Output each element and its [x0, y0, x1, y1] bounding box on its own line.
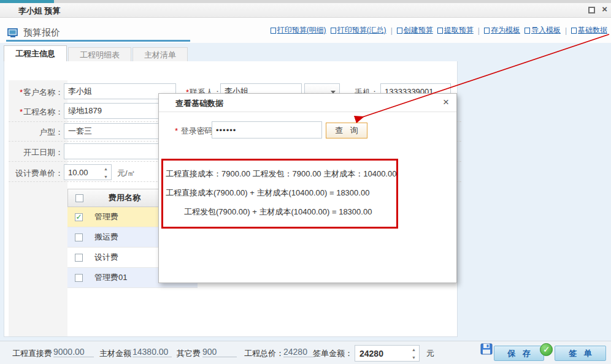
label-gutter — [9, 80, 67, 336]
separator: | — [565, 26, 567, 35]
query-button[interactable]: 查 询 — [326, 123, 367, 138]
total-price-label: 工程总价： — [244, 348, 284, 359]
link-extract-budget[interactable]: 提取预算 — [437, 25, 474, 36]
link-create-budget[interactable]: 创建预算 — [397, 25, 433, 36]
login-password-input[interactable] — [212, 121, 322, 138]
dialog-close-icon[interactable]: × — [443, 96, 449, 108]
footer-bar: 工程直接费 9000.00 主材金额 14380.00 其它费 900 工程总价… — [0, 341, 611, 364]
row-checkbox[interactable] — [75, 274, 83, 282]
maximize-icon[interactable] — [588, 7, 595, 13]
dialog-header: 查看基础数据 × — [159, 94, 456, 112]
sign-check-icon — [540, 343, 553, 356]
navbar: 预算报价 打印预算(明细) 打印预算(汇总) | 创建预算 提取预算 | 存为模… — [0, 18, 611, 43]
tab-bar: 工程主信息 工程明细表 主材清单 — [4, 45, 189, 62]
project-name-label: *工程名称： — [12, 107, 63, 118]
stepper-icon[interactable]: ▲▼ — [410, 347, 417, 360]
separator: | — [391, 26, 393, 35]
save-button[interactable]: 保 存 — [494, 346, 544, 361]
cost-formula-line: 工程直接成本(7900.00) + 主材成本(10400.00) = 18300… — [166, 183, 394, 202]
base-data-dialog: 查看基础数据 × * * 登录密码登录密码 查 询 工程直接成本：7900.00… — [158, 93, 457, 283]
link-save-as-template[interactable]: 存为模板 — [484, 25, 520, 36]
total-price-value: 24280 — [283, 347, 315, 357]
doc-icon — [484, 28, 490, 34]
direct-fee-value: 9000.00 — [53, 347, 94, 357]
doc-icon — [571, 28, 577, 34]
tab-project-main-info[interactable]: 工程主信息 — [4, 45, 67, 62]
doc-icon — [331, 28, 336, 34]
doc-icon — [437, 28, 443, 34]
toolbar-links: 打印预算(明细) 打印预算(汇总) | 创建预算 提取预算 | 存为模板 导入模… — [271, 25, 607, 36]
design-fee-unit: 元/㎡ — [117, 168, 136, 179]
window-title: 李小姐 预算 — [18, 6, 61, 17]
dialog-title: 查看基础数据 — [175, 98, 223, 109]
cost-summary-box: 工程直接成本：7900.00 工程发包：7900.00 主材成本：10400.0… — [161, 159, 398, 229]
close-icon[interactable]: × — [602, 4, 607, 14]
start-date-label: 开工日期： — [12, 147, 63, 158]
design-fee-label: 设计费单价： — [12, 168, 63, 179]
cost-formula-line: 工程发包(7900.00) + 主材成本(10400.00) = 18300.0… — [166, 202, 394, 221]
row-checkbox[interactable] — [75, 233, 83, 241]
sign-amount-input[interactable]: 24280 ▲▼ — [355, 345, 420, 362]
link-print-budget-summary[interactable]: 打印预算(汇总) — [331, 25, 386, 36]
doc-icon — [525, 28, 530, 34]
other-fee-label: 其它费 — [177, 348, 201, 359]
material-amount-value: 14380.00 — [133, 347, 172, 357]
column-header-fee-name: 费用名称 — [90, 192, 159, 203]
tab-project-detail[interactable]: 工程明细表 — [68, 47, 131, 62]
material-amount-label: 主材金额 — [99, 348, 131, 359]
design-fee-input[interactable]: 10.00▲▼ — [64, 164, 112, 180]
link-print-budget-detail[interactable]: 打印预算(明细) — [271, 25, 326, 36]
save-floppy-icon — [480, 343, 493, 355]
customer-name-label: *客户名称： — [12, 87, 63, 98]
other-fee-value: 900 — [202, 347, 237, 357]
row-checkbox[interactable] — [75, 254, 83, 262]
link-import-template[interactable]: 导入模板 — [525, 25, 561, 36]
sign-button[interactable]: 签 单 — [555, 346, 606, 361]
direct-fee-label: 工程直接费 — [12, 348, 52, 359]
select-all-checkbox[interactable] — [75, 194, 83, 202]
titlebar: 李小姐 预算 × — [0, 3, 611, 18]
cost-summary-line: 工程直接成本：7900.00 工程发包：7900.00 主材成本：10400.0… — [166, 164, 394, 183]
doc-icon — [271, 28, 276, 34]
login-password-label: * * 登录密码登录密码 — [175, 126, 213, 137]
currency-unit: 元 — [426, 348, 434, 359]
sign-amount-label: 签单金额： — [313, 348, 353, 359]
app-window: 李小姐 预算 × 预算报价 打印预算(明细) 打印预算(汇总) | 创建预算 提… — [0, 0, 611, 364]
separator: | — [478, 26, 480, 35]
doc-icon — [397, 28, 402, 34]
monitor-icon — [7, 28, 18, 38]
row-checkbox[interactable] — [75, 213, 83, 221]
house-type-label: 户型： — [12, 127, 63, 138]
active-section-underline — [6, 40, 190, 42]
stepper-icon[interactable]: ▲▼ — [102, 167, 109, 179]
link-base-data[interactable]: 基础数据 — [571, 25, 607, 36]
tab-main-material-list[interactable]: 主材清单 — [133, 47, 188, 62]
page-title: 预算报价 — [23, 27, 60, 39]
